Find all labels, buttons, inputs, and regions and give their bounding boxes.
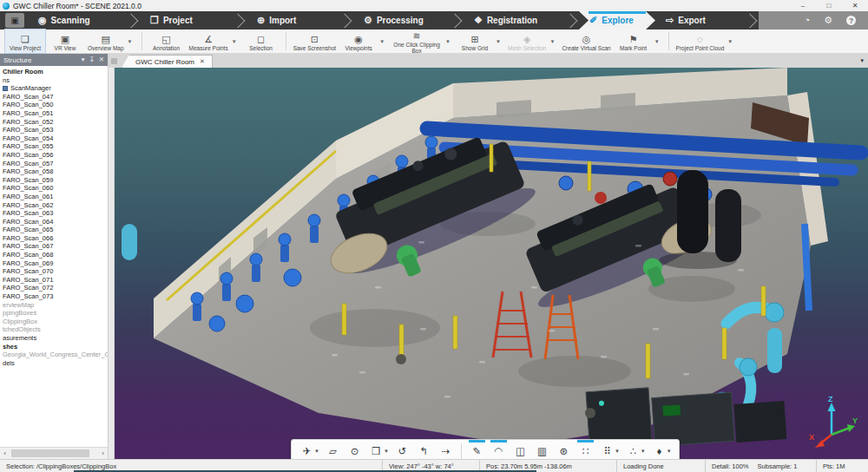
rotate-mode-icon[interactable]: ◠ bbox=[488, 440, 510, 459]
tree-item-faro-scan-064[interactable]: FARO_Scan_064 bbox=[0, 218, 108, 226]
mark-point-button[interactable]: ⚑Mark Point▼ bbox=[614, 30, 664, 53]
panel-collapse-icon[interactable] bbox=[111, 58, 117, 64]
scroll-right-icon[interactable]: › bbox=[98, 449, 108, 457]
one-click-clipping-box-button[interactable]: ≋One Click Clipping Box▼ bbox=[389, 30, 455, 53]
tree-item-faro-scan-047[interactable]: FARO_Scan_047 bbox=[0, 93, 108, 102]
ribbon-tab-processing[interactable]: ⚙Processing bbox=[353, 11, 452, 30]
tree-item-dels[interactable]: dels bbox=[0, 359, 108, 368]
scrollbar-thumb[interactable] bbox=[11, 449, 89, 457]
point-picking-mode-icon[interactable]: ∷ bbox=[575, 440, 596, 459]
tree-item-faro-scan-052[interactable]: FARO_Scan_052 bbox=[0, 118, 108, 127]
ribbon-tab-explore[interactable]: ✐Explore bbox=[579, 11, 655, 30]
tree-item-faro-scan-063[interactable]: FARO_Scan_063 bbox=[0, 209, 108, 218]
panel-pin-icon[interactable]: ↧ bbox=[89, 54, 94, 66]
panel-splitter[interactable] bbox=[108, 68, 115, 459]
dropdown-caret-icon[interactable]: ▼ bbox=[654, 39, 660, 44]
dropdown-caret-icon[interactable]: ▼ bbox=[128, 39, 133, 44]
ribbon-tab-import[interactable]: ⊕Import bbox=[247, 11, 342, 30]
brightness-histogram-icon[interactable]: ▥ bbox=[531, 440, 553, 459]
settings-gear-icon[interactable]: ⚙ bbox=[824, 16, 832, 25]
create-virtual-scan-button[interactable]: ◎Create Virtual Scan bbox=[559, 30, 613, 53]
tree-item-faro-scan-062[interactable]: FARO_Scan_062 bbox=[0, 201, 108, 210]
view-tab-close-icon[interactable]: ✕ bbox=[200, 58, 205, 65]
annotation-button[interactable]: ◱Annotation bbox=[147, 30, 187, 53]
pointer-select-mode-icon[interactable]: ✎ bbox=[466, 440, 488, 459]
panel-menu-icon[interactable]: ▾ bbox=[82, 54, 85, 66]
tree-item-georgia-world-congress-center-chiller-room[interactable]: Georgia_World_Congress_Center_Chiller_Ro… bbox=[0, 351, 108, 359]
point-cloud-render[interactable] bbox=[115, 68, 868, 459]
tree-item-faro-scan-067[interactable]: FARO_Scan_067 bbox=[0, 242, 108, 251]
horizontal-scrollbar[interactable]: ‹ › bbox=[0, 447, 108, 459]
vr-view-button[interactable]: ▣VR View bbox=[45, 30, 85, 53]
scrollbar-track[interactable] bbox=[10, 449, 98, 457]
tree-item-faro-scan-061[interactable]: FARO_Scan_061 bbox=[0, 193, 108, 201]
tree-item-asurements[interactable]: asurements bbox=[0, 334, 108, 343]
ribbon-tab-scanning[interactable]: ◉Scanning bbox=[28, 11, 128, 30]
show-grid-button[interactable]: ⊞Show Grid▼ bbox=[455, 30, 505, 53]
zoom-mode-icon[interactable]: ⊙ bbox=[344, 440, 365, 459]
tree-item-erviewmap[interactable]: erviewMap bbox=[0, 301, 108, 310]
tree-item-faro-scan-073[interactable]: FARO_Scan_073 bbox=[0, 292, 108, 301]
sync-status-icon[interactable]: ◔ bbox=[804, 16, 810, 25]
color-settings-icon[interactable]: ∴ bbox=[622, 440, 644, 459]
tree-item-faro-scan-068[interactable]: FARO_Scan_068 bbox=[0, 251, 108, 259]
viewport-3d[interactable]: ✈▼▱⊙❒▼↺↰⇢✎◠◫▥⊛∷⠿▼∴▼♦▼ Z Y X bbox=[115, 68, 868, 459]
ribbon-tab-project[interactable]: ❒Project bbox=[140, 11, 235, 30]
view-tab-gwc-chiller-room[interactable]: GWC Chiller Room ✕ bbox=[122, 55, 213, 68]
maximize-button[interactable]: □ bbox=[816, 0, 842, 11]
tree-item-faro-scan-065[interactable]: FARO_Scan_065 bbox=[0, 226, 108, 234]
tree-item-faro-scan-058[interactable]: FARO_Scan_058 bbox=[0, 167, 108, 176]
tree-item-faro-scan-072[interactable]: FARO_Scan_072 bbox=[0, 284, 108, 292]
selection-button[interactable]: ◻Selection bbox=[241, 30, 281, 53]
tree-item-ppingboxes[interactable]: ppingBoxes bbox=[0, 309, 108, 318]
pan-mode-icon[interactable]: ▱ bbox=[322, 440, 344, 459]
overview-map-button[interactable]: ▤Overview Map▼ bbox=[85, 30, 137, 53]
tree-item-shes[interactable]: shes bbox=[0, 343, 108, 351]
scroll-left-icon[interactable]: ‹ bbox=[0, 449, 10, 457]
minimize-button[interactable]: – bbox=[790, 0, 816, 11]
tree-item-faro-scan-055[interactable]: FARO_Scan_055 bbox=[0, 142, 108, 151]
tree-item-chiller-room[interactable]: Chiller Room bbox=[0, 68, 108, 76]
tab-list-caret-icon[interactable]: ▾ bbox=[860, 57, 864, 64]
measure-points-button[interactable]: ∡Measure Points▼ bbox=[187, 30, 241, 53]
view-orientation-icon[interactable]: ❒ bbox=[365, 440, 387, 459]
fly-mode-icon[interactable]: ✈ bbox=[296, 440, 318, 459]
dropdown-caret-icon[interactable]: ▼ bbox=[445, 39, 450, 44]
dropdown-caret-icon[interactable]: ▼ bbox=[727, 39, 733, 44]
dropdown-caret-icon[interactable]: ▼ bbox=[379, 39, 385, 44]
tree-item-clippingbox[interactable]: ClippingBox bbox=[0, 318, 108, 326]
project-point-cloud-button[interactable]: ◌Project Point Cloud▼ bbox=[674, 30, 738, 53]
look-around-icon[interactable]: ↰ bbox=[413, 440, 435, 459]
tree-item-ns[interactable]: ns bbox=[0, 76, 108, 85]
tree-item-faro-scan-056[interactable]: FARO_Scan_056 bbox=[0, 151, 108, 160]
tree-item-faro-scan-054[interactable]: FARO_Scan_054 bbox=[0, 134, 108, 143]
close-button[interactable]: ✕ bbox=[842, 0, 868, 11]
panel-close-icon[interactable]: ✕ bbox=[99, 54, 104, 66]
tree-item-faro-scan-060[interactable]: FARO_Scan_060 bbox=[0, 184, 108, 193]
tree-item-faro-scan-066[interactable]: FARO_Scan_066 bbox=[0, 234, 108, 243]
point-density-icon[interactable]: ⠿ bbox=[596, 440, 618, 459]
tree-item-faro-scan-069[interactable]: FARO_Scan_069 bbox=[0, 259, 108, 268]
tree-item-faro-scan-059[interactable]: FARO_Scan_059 bbox=[0, 176, 108, 185]
move-to-point-icon[interactable]: ⇢ bbox=[435, 440, 457, 459]
save-screenshot-button[interactable]: ⊡Save Screenshot bbox=[291, 30, 339, 53]
dropdown-caret-icon[interactable]: ▼ bbox=[496, 39, 501, 44]
tree-item-faro-scan-070[interactable]: FARO_Scan_070 bbox=[0, 267, 108, 276]
quick-save-button[interactable]: ▣ bbox=[5, 13, 24, 28]
tree-item-faro-scan-053[interactable]: FARO_Scan_053 bbox=[0, 126, 108, 134]
tree-item-faro-scan-057[interactable]: FARO_Scan_057 bbox=[0, 160, 108, 168]
help-icon[interactable]: ? bbox=[846, 16, 856, 25]
gyro-navigation-icon[interactable]: ⊛ bbox=[553, 440, 575, 459]
tree-item-tchedobjects[interactable]: tchedObjects bbox=[0, 325, 108, 334]
orbit-mode-icon[interactable]: ↺ bbox=[391, 440, 413, 459]
tree-item-faro-scan-071[interactable]: FARO_Scan_071 bbox=[0, 276, 108, 285]
tree-item-faro-scan-050[interactable]: FARO_Scan_050 bbox=[0, 101, 108, 109]
viewpoints-button[interactable]: ◉Viewpoints▼ bbox=[339, 30, 389, 53]
render-quality-icon[interactable]: ♦ bbox=[648, 440, 670, 459]
ribbon-tab-registration[interactable]: ❖Registration bbox=[464, 11, 568, 30]
tree-item-faro-scan-051[interactable]: FARO_Scan_051 bbox=[0, 109, 108, 118]
dropdown-caret-icon[interactable]: ▼ bbox=[232, 39, 237, 44]
ribbon-tab-export[interactable]: ⇨Export bbox=[655, 11, 747, 30]
view-project-button[interactable]: ❏View Project bbox=[5, 30, 45, 53]
split-compare-view-icon[interactable]: ◫ bbox=[510, 440, 531, 459]
